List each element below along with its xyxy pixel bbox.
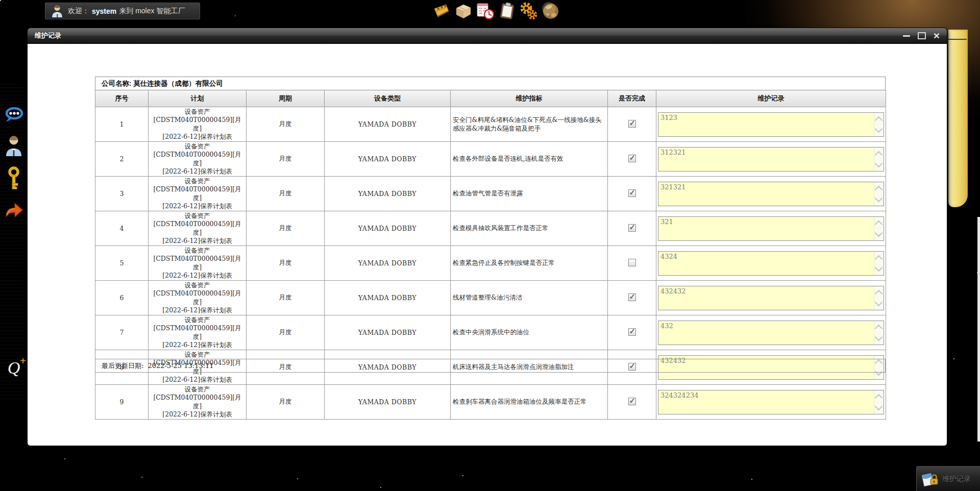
record-scrollbar[interactable] bbox=[874, 321, 884, 345]
company-name-label: 公司名称: 莫仕连接器（成都）有限公司 bbox=[102, 79, 223, 88]
plan-line: 设备资产 bbox=[149, 316, 246, 324]
header-device-type: 设备类型 bbox=[325, 90, 451, 107]
user-icon[interactable] bbox=[0, 135, 28, 157]
header-completed: 是否完成 bbox=[608, 90, 656, 107]
scroll-down-icon[interactable] bbox=[875, 229, 883, 237]
record-textarea[interactable]: 312321 bbox=[658, 147, 884, 171]
welcome-suffix: 来到 molex 智能工厂 bbox=[119, 7, 185, 16]
window-controls: × bbox=[903, 28, 940, 43]
table-row: 3 设备资产 [CDSTM040T00000459][月度] [2022-6-1… bbox=[95, 177, 886, 211]
company-name-bar: 公司名称: 莫仕连接器（成都）有限公司 bbox=[95, 77, 886, 90]
table-row: 5 设备资产 [CDSTM040T00000459][月度] [2022-6-1… bbox=[95, 246, 886, 281]
row-plan: 设备资产 [CDSTM040T00000459][月度] [2022-6-12]… bbox=[149, 315, 247, 350]
globe-icon[interactable] bbox=[540, 1, 561, 21]
row-cycle: 月度 bbox=[279, 259, 292, 266]
user-avatar-icon bbox=[52, 4, 63, 18]
clipboard-icon[interactable] bbox=[496, 1, 517, 21]
basket-icon[interactable] bbox=[430, 1, 451, 21]
record-textarea[interactable]: 321 bbox=[658, 216, 884, 241]
record-scrollbar[interactable] bbox=[874, 286, 884, 310]
scroll-up-icon[interactable] bbox=[875, 394, 883, 402]
completed-checkbox[interactable] bbox=[628, 293, 636, 301]
record-textarea[interactable]: 432 bbox=[658, 321, 884, 345]
completed-checkbox[interactable] bbox=[628, 155, 636, 162]
scroll-down-icon[interactable] bbox=[875, 333, 883, 341]
record-scrollbar[interactable] bbox=[874, 182, 884, 206]
record-value: 324324234 bbox=[660, 391, 698, 399]
row-cycle: 月度 bbox=[279, 293, 292, 301]
schedule-clock-icon[interactable] bbox=[474, 1, 495, 21]
row-indicator: 检查刹车器离合器润滑油箱油位及频率是否正常 bbox=[453, 398, 587, 405]
record-textarea[interactable]: 324324234 bbox=[658, 390, 884, 414]
minimize-button[interactable] bbox=[903, 35, 910, 37]
window-titlebar[interactable]: 维护记录 × bbox=[28, 28, 947, 44]
taskbar-item-maintenance[interactable]: 维护记录 bbox=[916, 466, 980, 491]
completed-checkbox[interactable] bbox=[628, 224, 636, 232]
row-no: 5 bbox=[120, 259, 124, 267]
record-value: 312321 bbox=[660, 149, 686, 156]
desktop-toolbar bbox=[430, 1, 561, 21]
maximize-button[interactable] bbox=[918, 32, 926, 39]
scroll-down-icon[interactable] bbox=[875, 402, 883, 410]
scroll-up-icon[interactable] bbox=[875, 151, 883, 159]
scroll-up-icon[interactable] bbox=[875, 255, 883, 263]
plan-line: [2022-6-12]保养计划表 bbox=[149, 376, 246, 384]
row-no: 4 bbox=[120, 225, 124, 232]
record-textarea[interactable]: 4324 bbox=[658, 251, 884, 276]
record-scrollbar[interactable] bbox=[874, 390, 884, 414]
left-sidebar: Q+ bbox=[0, 82, 28, 399]
record-scrollbar[interactable] bbox=[874, 148, 884, 171]
table-row: 7 设备资产 [CDSTM040T00000459][月度] [2022-6-1… bbox=[95, 315, 886, 350]
record-scrollbar[interactable] bbox=[874, 217, 884, 240]
row-indicator: 检查油管气管是否有泄露 bbox=[453, 189, 523, 197]
scroll-down-icon[interactable] bbox=[875, 159, 883, 167]
header-record: 维护记录 bbox=[656, 90, 886, 107]
row-cycle: 月度 bbox=[279, 120, 292, 128]
row-device-type: YAMADA DOBBY bbox=[358, 294, 416, 302]
record-textarea[interactable]: 432432 bbox=[658, 286, 884, 310]
key-icon[interactable] bbox=[0, 166, 28, 192]
completed-checkbox[interactable] bbox=[628, 120, 636, 128]
row-plan: 设备资产 [CDSTM040T00000459][月度] [2022-6-12]… bbox=[149, 281, 247, 315]
chat-bubble-icon[interactable] bbox=[0, 107, 28, 124]
plan-line: [2022-6-12]保养计划表 bbox=[149, 202, 246, 210]
completed-checkbox[interactable] bbox=[628, 259, 636, 266]
taskbar-item-label: 维护记录 bbox=[942, 475, 971, 484]
record-value: 4324 bbox=[660, 253, 677, 260]
package-icon[interactable] bbox=[452, 1, 473, 21]
row-device-type: YAMADA DOBBY bbox=[358, 190, 416, 198]
scroll-down-icon[interactable] bbox=[875, 194, 883, 202]
record-textarea[interactable]: 3123 bbox=[658, 112, 884, 137]
row-indicator: 线材管道整理&油污清洁 bbox=[453, 293, 522, 301]
row-cycle: 月度 bbox=[279, 224, 292, 232]
record-textarea[interactable]: 321321 bbox=[658, 182, 884, 206]
scroll-up-icon[interactable] bbox=[875, 185, 883, 193]
scroll-down-icon[interactable] bbox=[875, 298, 883, 306]
scroll-up-icon[interactable] bbox=[875, 116, 883, 124]
scroll-up-icon[interactable] bbox=[875, 289, 883, 298]
row-no: 2 bbox=[120, 155, 124, 163]
document-lock-icon bbox=[921, 471, 939, 487]
scroll-up-icon[interactable] bbox=[875, 220, 883, 228]
scroll-up-icon[interactable] bbox=[875, 324, 883, 332]
completed-checkbox[interactable] bbox=[628, 398, 636, 405]
plan-line: [CDSTM040T00000459][月度] bbox=[149, 289, 246, 306]
close-button[interactable]: × bbox=[934, 30, 940, 41]
scroll-down-icon[interactable] bbox=[875, 125, 883, 133]
row-plan: 设备资产 [CDSTM040T00000459][月度] [2022-6-12]… bbox=[149, 211, 247, 246]
scroll-down-icon[interactable] bbox=[875, 263, 883, 272]
plan-line: [CDSTM040T00000459][月度] bbox=[149, 255, 246, 272]
row-plan: 设备资产 [CDSTM040T00000459][月度] [2022-6-12]… bbox=[149, 142, 247, 177]
row-plan: 设备资产 [CDSTM040T00000459][月度] [2022-6-12]… bbox=[149, 107, 247, 142]
row-indicator: 检查中央润滑系统中的油位 bbox=[453, 328, 529, 336]
completed-checkbox[interactable] bbox=[628, 328, 636, 336]
gears-icon[interactable] bbox=[518, 1, 539, 21]
record-scrollbar[interactable] bbox=[874, 113, 884, 136]
plan-line: 设备资产 bbox=[149, 108, 246, 116]
completed-checkbox[interactable] bbox=[628, 189, 636, 197]
record-scrollbar[interactable] bbox=[874, 252, 884, 275]
q-plus-icon[interactable]: Q+ bbox=[0, 359, 28, 377]
exit-arrow-icon[interactable] bbox=[0, 201, 28, 218]
table-row: 2 设备资产 [CDSTM040T00000459][月度] [2022-6-1… bbox=[95, 142, 886, 177]
header-plan: 计划 bbox=[149, 90, 247, 107]
